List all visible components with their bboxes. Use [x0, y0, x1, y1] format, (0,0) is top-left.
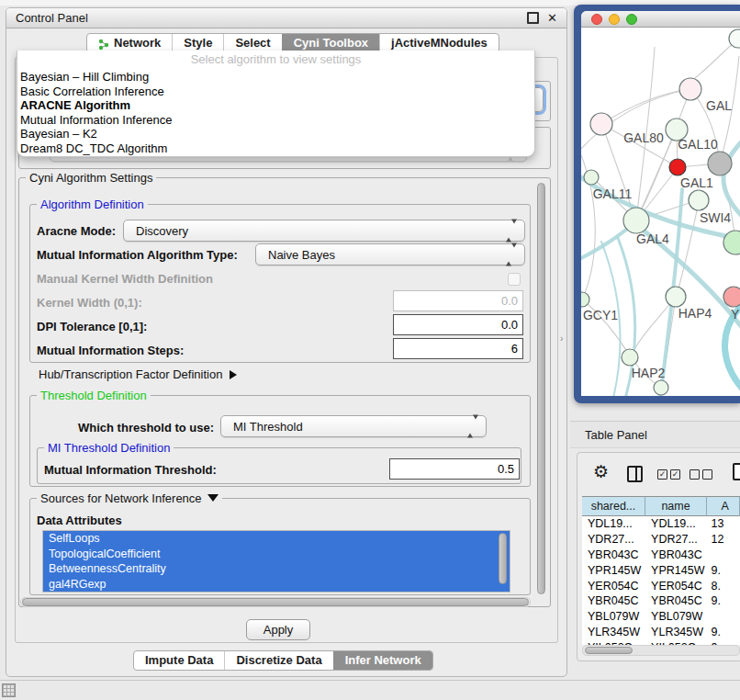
network-svg: GALGAL80GAL10GAL1GAL11SWI4GAL4GCY1HAP4YH… — [581, 28, 740, 396]
checked-box-icon: ✓ — [657, 469, 667, 480]
table-row[interactable]: YBL079WYBL079W — [582, 609, 740, 625]
table-row[interactable]: YBR045CYBR045C9. — [582, 593, 740, 609]
unchecked-box-icon — [690, 469, 700, 480]
tab-infer-network[interactable]: Infer Network — [333, 651, 432, 670]
bottom-divider — [0, 680, 740, 681]
aracne-mode-combobox[interactable]: Discovery — [123, 220, 525, 242]
algorithm-option-mutual-information-inference[interactable]: Mutual Information Inference — [17, 113, 534, 128]
network-window: GALGAL80GAL10GAL1GAL11SWI4GAL4GCY1HAP4YH… — [581, 11, 740, 396]
tab-jactivemnodules[interactable]: jActiveMNodules — [379, 34, 499, 52]
table-cell: YBR043C — [645, 548, 707, 561]
attributes-vertical-scrollbar[interactable] — [499, 533, 507, 584]
settings-horizontal-scrollbar[interactable] — [22, 598, 529, 606]
mi-type-label: Mutual Information Algorithm Type: — [37, 248, 238, 262]
grid-icon[interactable] — [2, 683, 16, 697]
tab-discretize-data[interactable]: Discretize Data — [224, 651, 332, 670]
show-columns-icon[interactable]: ✓ ✓ — [657, 469, 680, 480]
manual-kernel-checkbox[interactable] — [508, 273, 521, 286]
algorithm-option-basic-correlation-inference[interactable]: Basic Correlation Inference — [17, 85, 534, 99]
network-node-gal1[interactable] — [689, 190, 709, 210]
network-window-titlebar[interactable] — [581, 11, 740, 28]
close-traffic-icon[interactable] — [591, 14, 602, 25]
minimize-traffic-icon[interactable] — [609, 14, 620, 25]
table-panel-titlebar[interactable]: Table Panel — [570, 421, 740, 448]
window-controls: ✕ — [527, 12, 557, 24]
table-row[interactable]: YBR043CYBR043C — [582, 548, 740, 563]
attribute-item-betweennesscentrality[interactable]: BetweennessCentrality — [43, 561, 510, 577]
network-node-hap4[interactable] — [666, 287, 686, 307]
table-row[interactable]: YER054CYER054C8. — [582, 578, 740, 593]
node-label-gal1: GAL1 — [680, 175, 713, 190]
table-row[interactable]: YPR145WYPR145W9. — [582, 562, 740, 578]
node-table: shared...nameA YDL19...YDL19...13YDR27..… — [582, 496, 740, 645]
attribute-item-selfloops[interactable]: SelfLoops — [43, 531, 510, 547]
network-node-partial-bottom[interactable] — [654, 380, 668, 395]
table-cell: YPR145W — [645, 564, 707, 577]
mi-type-combobox[interactable]: Naive Bayes — [255, 243, 525, 265]
tab-label: Infer Network — [345, 651, 421, 670]
network-node-gal11[interactable] — [584, 170, 599, 185]
threshold-definition-title: Threshold Definition — [37, 389, 151, 402]
columns-icon[interactable] — [627, 466, 643, 482]
tab-cyni-toolbox[interactable]: Cyni Toolbox — [282, 34, 379, 52]
node-label-gal80: GAL80 — [623, 130, 664, 145]
expand-arrow-icon — [230, 370, 237, 379]
column-header-a[interactable]: A — [707, 496, 740, 516]
tab-label: Style — [184, 34, 212, 52]
table-row[interactable]: YDL19...YDL19...13 — [582, 516, 740, 532]
settings-vertical-scrollbar[interactable] — [537, 183, 545, 594]
apply-button[interactable]: Apply — [246, 619, 310, 640]
table-cell: YBL079W — [582, 610, 645, 623]
close-icon[interactable]: ✕ — [547, 13, 557, 24]
network-node-hap2[interactable] — [622, 349, 638, 366]
tab-label: jActiveMNodules — [391, 34, 488, 52]
algorithm-definition-title: Algorithm Definition — [37, 198, 148, 211]
tab-impute-data[interactable]: Impute Data — [134, 651, 224, 670]
tab-select[interactable]: Select — [223, 34, 281, 52]
network-node-red-node[interactable] — [669, 159, 686, 175]
attribute-item-topologicalcoefficient[interactable]: TopologicalCoefficient — [43, 547, 510, 562]
cyni-settings-title: Cyni Algorithm Settings — [26, 171, 156, 185]
dpi-tolerance-label: DPI Tolerance [0,1]: — [37, 320, 147, 333]
table-horizontal-scrollbar[interactable] — [585, 647, 633, 654]
aracne-mode-value: Discovery — [136, 224, 188, 238]
node-label-gal10: GAL10 — [678, 137, 718, 152]
network-canvas[interactable]: GALGAL80GAL10GAL1GAL11SWI4GAL4GCY1HAP4YH… — [581, 28, 740, 396]
dpi-tolerance-input[interactable] — [393, 314, 523, 335]
hide-columns-icon[interactable] — [690, 469, 712, 480]
panel-resize-handle[interactable]: › — [560, 333, 563, 344]
which-threshold-label: Which threshold to use: — [78, 421, 214, 435]
network-node-gal4[interactable] — [623, 208, 649, 233]
column-header-shared-[interactable]: shared... — [582, 496, 645, 516]
attribute-item-gal4rgexp[interactable]: gal4RGexp — [43, 577, 510, 593]
network-node-gal80[interactable] — [590, 113, 612, 135]
algorithm-option-dream8-dc-tdc-algorithm[interactable]: Dream8 DC_TDC Algorithm — [17, 141, 534, 156]
algorithm-option-bayesian-k2[interactable]: Bayesian – K2 — [17, 127, 534, 141]
table-cell: YER054C — [645, 580, 707, 593]
tab-network[interactable]: Network — [87, 34, 172, 52]
hub-definition-toggle[interactable]: Hub/Transcription Factor Definition — [39, 367, 237, 381]
aracne-mode-label: Aracne Mode: — [37, 224, 116, 238]
manual-kernel-label: Manual Kernel Width Definition — [37, 272, 213, 286]
file-icon[interactable] — [733, 463, 740, 480]
which-threshold-combobox[interactable]: MI Threshold — [220, 415, 487, 437]
zoom-traffic-icon[interactable] — [626, 14, 637, 25]
table-cell: YBR043C — [582, 548, 645, 561]
mi-threshold-input[interactable] — [389, 458, 520, 480]
unchecked-box-icon — [702, 469, 712, 480]
network-node-gal-partial[interactable] — [679, 78, 701, 100]
algorithm-option-bayesian-hill-climbing[interactable]: Bayesian – Hill Climbing — [17, 70, 534, 85]
column-header-name[interactable]: name — [645, 496, 707, 516]
network-node-gray-node[interactable] — [708, 152, 732, 175]
float-window-icon[interactable] — [527, 12, 539, 24]
network-node-right-pink[interactable] — [723, 287, 740, 307]
gear-icon[interactable]: ⚙ — [593, 463, 609, 481]
mi-steps-input[interactable] — [393, 338, 523, 359]
control-panel-titlebar[interactable]: Control Panel ✕ — [6, 8, 566, 28]
algorithm-option-aracne-algorithm[interactable]: ARACNE Algorithm — [17, 98, 534, 113]
kernel-width-input[interactable] — [393, 290, 523, 311]
table-row[interactable]: YLR345WYLR345W9. — [582, 625, 740, 640]
table-row[interactable]: YDR27...YDR27...12 — [582, 532, 740, 548]
tab-style[interactable]: Style — [172, 34, 223, 52]
tab-label: Select — [235, 34, 270, 52]
